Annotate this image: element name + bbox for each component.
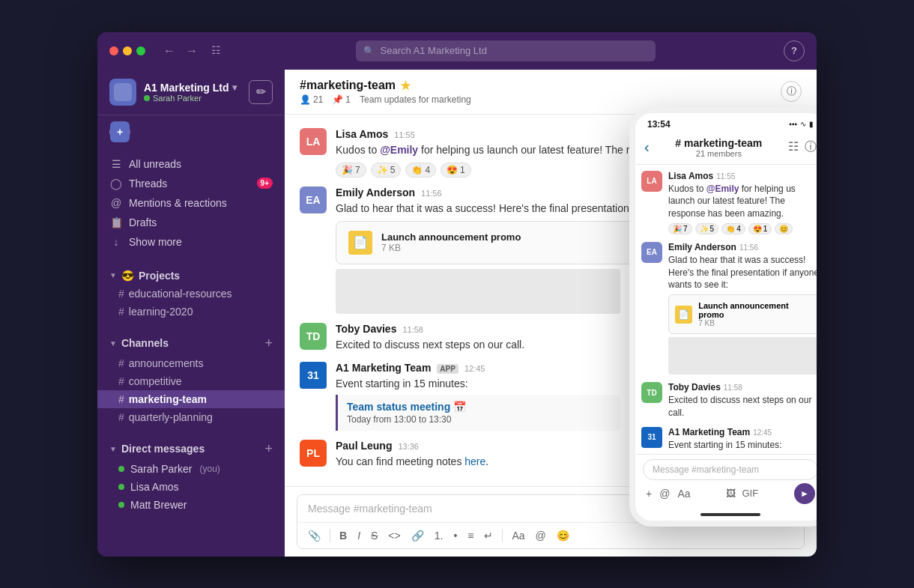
forward-button[interactable]: →	[183, 41, 201, 61]
channel-star[interactable]: ★	[400, 79, 411, 93]
mobile-send-button[interactable]: ►	[794, 483, 815, 504]
toolbar-divider	[502, 529, 503, 542]
channel-info-button[interactable]: ⓘ	[781, 81, 802, 102]
unordered-list-button[interactable]: •	[450, 527, 460, 544]
mobile-reaction[interactable]: ✨5	[695, 223, 719, 234]
sidebar-item-drafts[interactable]: 📋 Drafts	[97, 213, 285, 232]
battery-icon: ▮	[809, 120, 814, 128]
sidebar-item-show-more[interactable]: ↓ Show more	[97, 232, 285, 252]
avatar: EA	[300, 187, 327, 213]
text-size-button[interactable]: Aa	[509, 527, 527, 544]
dm-item-sarah[interactable]: Sarah Parker (you)	[97, 460, 285, 478]
mobile-message-row: TD Toby Davies 11:58 Excited to discuss …	[641, 382, 817, 419]
message-author: Paul Leung	[336, 440, 392, 452]
hash-icon: #	[118, 411, 124, 423]
mobile-plus-icon[interactable]: +	[646, 488, 652, 500]
history-button[interactable]: ☷	[205, 41, 227, 61]
mobile-reactions: 🎉7 ✨5 👏4 😍1 😊	[668, 223, 817, 234]
mobile-input-toolbar: + @ Aa 🖼 GIF ►	[643, 483, 817, 504]
hash-icon: #	[118, 375, 124, 387]
add-dm-button[interactable]: +	[264, 441, 273, 457]
event-card: Team status meeting 📅 Today from 13:00 t…	[336, 395, 620, 431]
strikethrough-button[interactable]: S	[368, 527, 381, 544]
link-button[interactable]: 🔗	[408, 527, 427, 544]
channel-item-quarterly-planning[interactable]: # quarterly-planning	[97, 408, 285, 426]
mobile-file-info: Launch announcement promo 7 KB	[698, 301, 813, 327]
sidebar-item-all-unreads[interactable]: ☰ All unreads	[97, 154, 285, 174]
traffic-lights	[109, 46, 145, 55]
dm-item-lisa[interactable]: Lisa Amos	[97, 478, 285, 496]
reaction-item[interactable]: ✨5	[371, 163, 402, 178]
mobile-reaction[interactable]: 😊	[775, 223, 793, 234]
reaction-item[interactable]: 😍1	[441, 163, 471, 178]
close-button[interactable]	[109, 46, 118, 55]
mobile-image-icon[interactable]: 🖼	[726, 488, 736, 499]
mobile-input-area: Message #marketing-team + @ Aa 🖼 GIF ►	[635, 454, 817, 509]
file-attachment[interactable]: 📄 Launch announcement promo 7 KB	[336, 221, 635, 264]
pin-icon: 📌	[332, 94, 343, 105]
channel-item-learning-2020[interactable]: # learning-2020	[97, 303, 285, 321]
code-button[interactable]: <>	[385, 527, 403, 544]
mobile-gif-icon[interactable]: GIF	[742, 488, 758, 499]
mobile-file-name: Launch announcement promo	[698, 301, 813, 319]
mobile-text-icon[interactable]: Aa	[677, 488, 690, 500]
reaction-item[interactable]: 👏4	[405, 163, 436, 178]
undo-button[interactable]: ↵	[481, 527, 496, 544]
sidebar-item-mentions[interactable]: @ Mentions & reactions	[97, 193, 285, 213]
channel-item-announcements[interactable]: # announcements	[97, 354, 285, 372]
projects-header[interactable]: ▼ 😎 Projects	[97, 267, 285, 285]
mobile-grid-icon[interactable]: ☷	[788, 139, 799, 155]
workspace-name[interactable]: A1 Marketing Ltd ▾	[144, 82, 237, 94]
mobile-msg-header: Emily Anderson 11:56	[668, 242, 817, 252]
mobile-reaction[interactable]: 👏4	[721, 223, 745, 234]
ordered-list-button[interactable]: 1.	[432, 527, 447, 544]
mobile-reaction[interactable]: 🎉7	[668, 223, 692, 234]
channels-header[interactable]: ▼ Channels +	[97, 333, 285, 354]
back-button[interactable]: ←	[160, 41, 178, 61]
chat-header-left: #marketing-team ★ 👤 21 📌 1 Te	[300, 79, 471, 105]
channel-item-educational-resources[interactable]: # educational-resources	[97, 285, 285, 303]
mobile-file-size: 7 KB	[698, 319, 813, 327]
search-input[interactable]	[381, 45, 648, 56]
online-status-dot	[144, 95, 150, 101]
mobile-file-attachment[interactable]: 📄 Launch announcement promo 7 KB	[668, 294, 817, 334]
mobile-reaction[interactable]: 😍1	[748, 223, 772, 234]
add-channel-button[interactable]: +	[264, 336, 273, 351]
dm-item-matt[interactable]: Matt Brewer	[97, 496, 285, 514]
help-button[interactable]: ?	[784, 40, 805, 61]
fullscreen-button[interactable]	[136, 46, 145, 55]
minimize-button[interactable]	[123, 46, 132, 55]
bold-button[interactable]: B	[336, 527, 350, 544]
sidebar-nav: ☰ All unreads ◯ Threads 9+ @ Mentions & …	[97, 148, 285, 258]
channel-item-marketing-team[interactable]: # marketing-team	[97, 390, 285, 408]
reaction-item[interactable]: 🎉7	[336, 163, 366, 178]
message-time: 12:45	[464, 364, 485, 373]
navigation-buttons: ← → ☷	[160, 41, 227, 61]
event-title[interactable]: Team status meeting 📅	[347, 401, 611, 413]
message-author: Emily Anderson	[336, 187, 415, 198]
meeting-notes-link[interactable]: here	[464, 455, 485, 467]
mobile-msg-header: Lisa Amos 11:55	[668, 171, 817, 181]
mention-button[interactable]: @	[533, 527, 549, 544]
mobile-back-button[interactable]: ‹	[644, 139, 650, 156]
emoji-button[interactable]: 😊	[554, 527, 572, 544]
mobile-avatar: TD	[641, 382, 662, 403]
blockquote-button[interactable]: ≡	[464, 527, 476, 544]
add-workspace-button[interactable]: +	[109, 121, 130, 142]
compose-button[interactable]: ✏	[249, 80, 273, 104]
italic-button[interactable]: I	[354, 527, 363, 544]
mobile-input-box[interactable]: Message #marketing-team	[643, 459, 817, 480]
event-time: Today from 13:00 to 13:30	[347, 414, 611, 425]
channel-item-competitive[interactable]: # competitive	[97, 372, 285, 390]
file-name: Launch announcement promo	[381, 231, 521, 243]
sidebar-item-threads[interactable]: ◯ Threads 9+	[97, 174, 285, 193]
mobile-at-icon[interactable]: @	[659, 488, 670, 500]
toolbar-divider	[330, 529, 330, 542]
attach-button[interactable]: 📎	[305, 527, 324, 544]
projects-section: ▼ 😎 Projects # educational-resources # l…	[97, 258, 285, 324]
mobile-info-icon[interactable]: ⓘ	[805, 139, 817, 155]
dm-header[interactable]: ▼ Direct messages +	[97, 438, 285, 460]
file-preview	[336, 269, 620, 314]
hash-icon: #	[118, 288, 124, 300]
message-author: A1 Marketing Team	[336, 362, 431, 374]
